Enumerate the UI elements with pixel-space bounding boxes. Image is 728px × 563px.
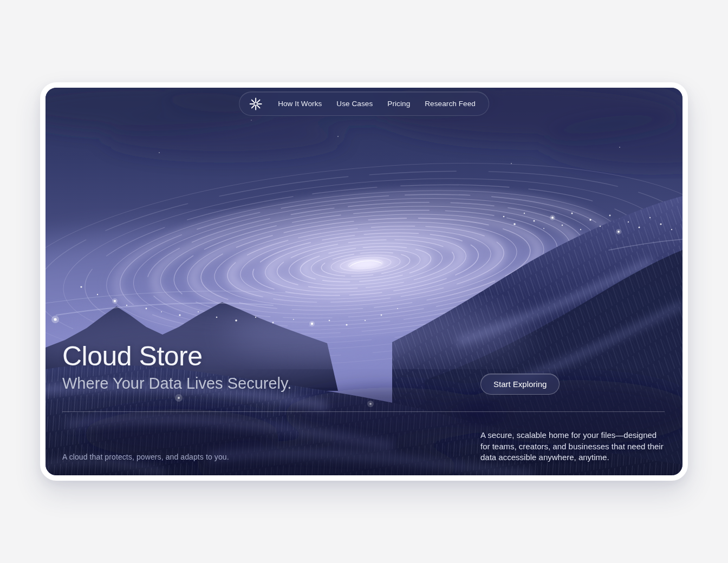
hero-background-image [46, 88, 682, 475]
hero-card: How It Works Use Cases Pricing Research … [40, 82, 688, 481]
hero-subtitle: Where Your Data Lives Securely. [62, 374, 291, 393]
top-navigation: How It Works Use Cases Pricing Research … [239, 91, 489, 116]
nav-item-how-it-works[interactable]: How It Works [278, 100, 322, 108]
page-title: Cloud Store [62, 341, 203, 371]
galaxy-landscape-art [46, 88, 682, 475]
asterisk-icon [249, 97, 262, 110]
start-exploring-button[interactable]: Start Exploring [480, 374, 560, 395]
hero-description: A secure, scalable home for your files—d… [480, 430, 667, 463]
logo[interactable] [248, 96, 263, 111]
nav-item-use-cases[interactable]: Use Cases [336, 100, 373, 108]
divider [62, 411, 665, 412]
nav-item-pricing[interactable]: Pricing [387, 100, 410, 108]
hero-tagline: A cloud that protects, powers, and adapt… [62, 453, 229, 461]
nav-item-research-feed[interactable]: Research Feed [425, 100, 476, 108]
